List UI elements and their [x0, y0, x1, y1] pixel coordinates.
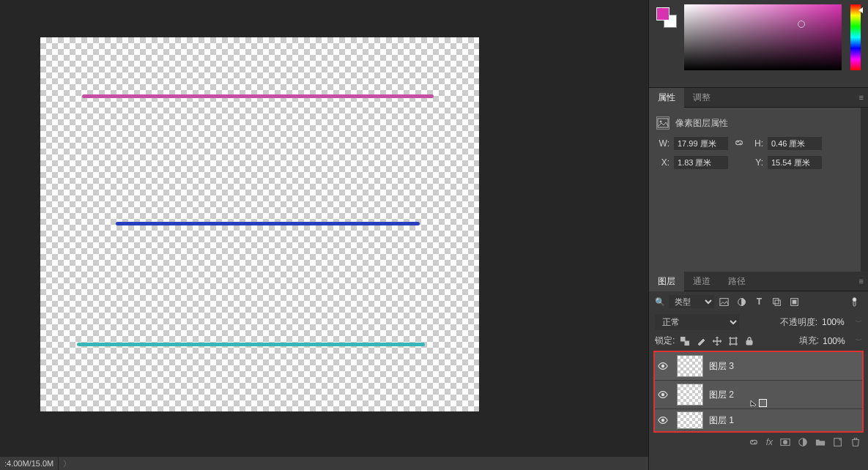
layer-thumbnail[interactable]	[677, 411, 703, 429]
tab-properties[interactable]: 属性	[649, 88, 684, 108]
width-field[interactable]	[674, 137, 728, 150]
svg-rect-12	[730, 338, 736, 344]
link-wh-icon[interactable]	[732, 138, 746, 150]
svg-point-15	[661, 393, 664, 396]
svg-rect-7	[793, 300, 796, 304]
layer-name[interactable]: 图层 2	[709, 389, 734, 401]
opacity-chevron-icon[interactable]: ﹀	[856, 318, 862, 327]
layers-bottom-toolbar: fx	[649, 433, 868, 454]
brush-stroke-magenta	[82, 94, 434, 98]
svg-point-9	[853, 297, 856, 301]
properties-scrollbar[interactable]	[861, 108, 868, 272]
group-icon[interactable]	[815, 437, 826, 450]
layer-row[interactable]: 图层 1	[655, 409, 862, 431]
drag-cursor-icon	[750, 399, 767, 407]
layer-thumbnail[interactable]	[677, 355, 703, 377]
svg-rect-4	[775, 300, 780, 305]
width-label: W:	[656, 138, 669, 149]
layers-panel: 🔍 类型 T 正常 不透明度: ﹀ 锁定:	[649, 291, 868, 454]
x-label: X:	[656, 157, 669, 168]
brush-stroke-blue	[116, 222, 420, 225]
new-layer-icon[interactable]	[833, 437, 843, 450]
layers-list: 图层 3 图层 2 图层 1	[653, 351, 864, 433]
tab-layers[interactable]: 图层	[649, 272, 684, 291]
hue-slider[interactable]	[850, 4, 861, 70]
blend-mode-select[interactable]: 正常	[655, 314, 739, 330]
document-canvas[interactable]	[40, 37, 479, 411]
fill-chevron-icon[interactable]: ﹀	[856, 336, 862, 346]
fill-label: 填充:	[799, 335, 819, 347]
filter-smart-icon[interactable]	[787, 296, 802, 308]
tab-adjustments[interactable]: 调整	[684, 88, 719, 108]
opacity-field[interactable]	[822, 317, 850, 327]
filter-shape-icon[interactable]	[769, 296, 784, 308]
color-panel	[649, 0, 868, 88]
y-label: Y:	[750, 157, 763, 168]
link-layers-icon[interactable]	[749, 437, 759, 450]
filter-toggle-icon[interactable]	[847, 296, 862, 308]
visibility-toggle-icon[interactable]	[655, 389, 671, 400]
y-field[interactable]	[768, 156, 822, 169]
svg-point-16	[661, 419, 664, 422]
svg-rect-11	[685, 341, 689, 346]
filter-type-icon[interactable]: T	[752, 296, 767, 308]
canvas-workspace: :4.00M/15.0M 〉	[0, 0, 648, 470]
hue-slider-thumb[interactable]	[858, 7, 863, 13]
lock-all-icon[interactable]	[743, 335, 755, 347]
svg-point-1	[660, 121, 662, 123]
svg-rect-5	[774, 298, 779, 303]
fill-field[interactable]	[823, 336, 850, 346]
tab-channels[interactable]: 通道	[684, 272, 719, 291]
foreground-color-swatch[interactable]	[656, 7, 669, 20]
doc-size-status[interactable]: :4.00M/15.0M	[0, 457, 59, 470]
brush-stroke-teal	[77, 343, 425, 346]
adjustment-layer-icon[interactable]	[798, 437, 808, 450]
visibility-toggle-icon[interactable]	[655, 415, 671, 425]
layer-name[interactable]: 图层 1	[709, 414, 734, 427]
fx-icon[interactable]: fx	[766, 437, 773, 450]
layer-thumbnail[interactable]	[677, 384, 703, 406]
svg-rect-13	[746, 340, 752, 345]
search-icon: 🔍	[655, 297, 665, 307]
svg-rect-10	[680, 337, 685, 341]
status-bar: :4.00M/15.0M 〉	[0, 457, 648, 470]
right-panel-dock: 属性 调整 ≡ 像素图层属性 W: H: X: Y:	[648, 0, 868, 470]
pixel-layer-icon	[656, 116, 669, 130]
layer-row[interactable]: 图层 3	[655, 352, 862, 381]
svg-point-14	[661, 365, 664, 368]
x-field[interactable]	[674, 156, 728, 169]
layer-name[interactable]: 图层 3	[709, 360, 734, 373]
delete-icon[interactable]	[850, 437, 861, 450]
lock-pixels-icon[interactable]	[694, 335, 707, 347]
height-label: H:	[750, 138, 763, 149]
status-expand-icon[interactable]: 〉	[59, 458, 75, 469]
lock-position-icon[interactable]	[711, 335, 723, 347]
opacity-label: 不透明度:	[780, 316, 817, 329]
svg-point-18	[783, 440, 787, 444]
color-field[interactable]	[684, 4, 842, 70]
lock-label: 锁定:	[655, 335, 675, 347]
tab-paths[interactable]: 路径	[719, 272, 754, 291]
layers-tab-row: 图层 通道 路径 ≡	[649, 272, 868, 291]
visibility-toggle-icon[interactable]	[655, 361, 671, 371]
mask-icon[interactable]	[780, 437, 790, 450]
filter-adjustment-icon[interactable]	[734, 296, 749, 308]
properties-tab-row: 属性 调整 ≡	[649, 88, 868, 108]
properties-panel: 像素图层属性 W: H: X: Y:	[649, 108, 868, 272]
filter-pixel-icon[interactable]	[716, 296, 732, 308]
color-swatches[interactable]	[656, 7, 677, 28]
lock-artboard-icon[interactable]	[727, 335, 739, 347]
layer-filter-type[interactable]: 类型	[669, 295, 714, 308]
layers-panel-menu-icon[interactable]: ≡	[859, 277, 864, 286]
color-field-cursor	[798, 20, 805, 28]
properties-title: 像素图层属性	[675, 117, 728, 130]
lock-transparent-icon[interactable]	[678, 335, 691, 347]
height-field[interactable]	[768, 137, 822, 150]
layer-row[interactable]: 图层 2	[655, 381, 862, 409]
panel-menu-icon[interactable]: ≡	[859, 93, 864, 102]
